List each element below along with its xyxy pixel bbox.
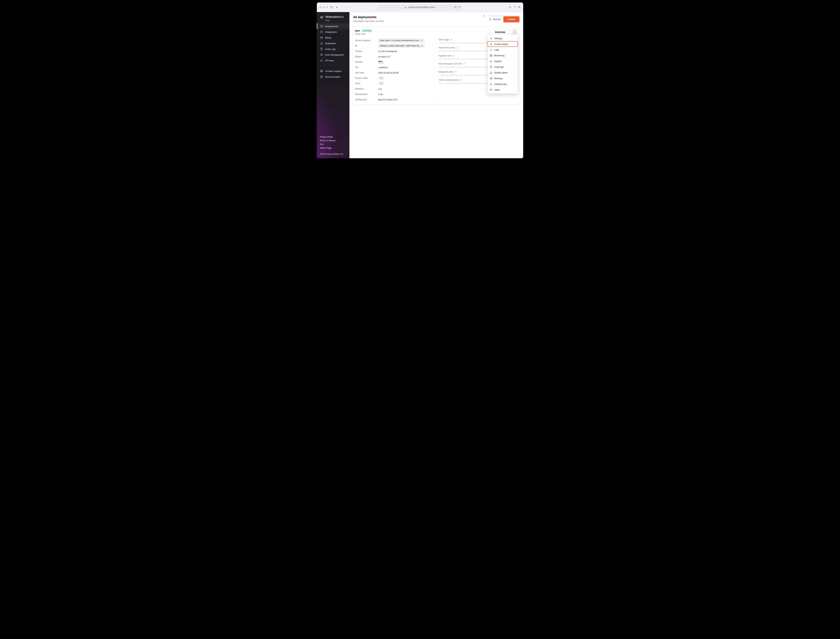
menu-item-backups[interactable]: Backups [488,75,518,81]
sidebar-nav: Deployments Integrations Billing Notific… [317,23,350,79]
id-text: 0f45d411-2892-45d3-bdd7-7a65739e473b [380,45,420,47]
menu-item-alerting-rules[interactable]: Alerting rules [488,81,518,87]
reload-icon[interactable]: ⟳ [458,6,460,9]
kv-key-retention: Retention [355,87,377,91]
award-icon [482,14,485,17]
metric-label: Ingestion rate [439,55,452,57]
refresh-label: Refresh [493,18,501,21]
sidebar-item-label: User Management [325,54,344,56]
footer-link-privacy[interactable]: Privacy Policy [320,136,347,138]
zoom-dot[interactable] [326,6,328,8]
minimize-dot[interactable] [323,6,325,8]
kv-key-access-endpoint: Access endpoint [355,38,377,43]
svg-point-25 [514,31,515,31]
copyright: ©2024 Victoria Metrics Inc. [317,152,350,158]
sidebar-item-user-management[interactable]: User Management [317,52,350,57]
help-icon[interactable]: ? [456,46,459,49]
id-chip[interactable]: 0f45d411-2892-45d3-bdd7-7a65739e473b [378,44,425,48]
footer-link-tos[interactable]: Terms of Service [320,140,347,142]
kv-val-tier: s.starter.a [378,66,434,69]
menu-item-settings[interactable]: Settings [488,35,518,41]
window-icon [490,88,493,91]
close-dot[interactable] [319,6,321,8]
menu-item-explore[interactable]: Explore [488,58,518,64]
sidebar-item-notification[interactable]: Notification [317,40,350,46]
menu-item-access-tokens[interactable]: Access tokens [488,41,518,47]
url-text: console.victoriametrics.cloud [408,6,435,8]
help-icon[interactable]: ? [450,38,453,41]
new-tab-icon[interactable]: + [514,6,516,9]
svg-point-26 [514,32,515,32]
lock-icon [490,43,493,46]
endpoint-chip[interactable]: https://gw-c7-2b.cloud.victoriametrics.c… [378,38,424,43]
card-header: test Running Single node Overview Settin [353,27,520,37]
nav-forward-icon[interactable]: 〉 [349,5,353,9]
sidebar-item-audit-logs[interactable]: Audit Logs [317,46,350,52]
key-icon [320,59,323,62]
sidebar-toggle-icon[interactable] [330,5,334,9]
page-header: All deployments Subscription start date:… [350,12,523,24]
sidebar-item-label: Documentation [325,76,340,78]
endpoint-text: https://gw-c7-2b.cloud.victoriametrics.c… [380,39,419,42]
sidebar-item-label: Integrations [325,31,337,33]
copy-icon[interactable] [420,39,423,42]
kv-val-alerts: 0 [378,82,434,85]
sidebar-item-deployments[interactable]: Deployments [317,23,350,29]
kv-key-alerts: Alerts [355,81,377,86]
menu-item-label: Explore [494,60,502,62]
sidebar-item-label: API keys [325,59,334,62]
footer-link-sla[interactable]: SLA [320,143,347,145]
sidebar-item-contact-support[interactable]: Contact Support [317,68,350,74]
sidebar-item-api-keys[interactable]: API keys [317,57,350,63]
menu-item-alerts[interactable]: Alerts [488,87,518,92]
menu-item-monitoring[interactable]: Monitoring [488,52,518,58]
metric-label: Series read per query [439,79,459,81]
menu-item-label: Logs [494,49,499,51]
sidebar-item-integrations[interactable]: Integrations [317,29,350,35]
page-title: All deployments [353,16,384,19]
sidebar-item-documentation[interactable]: Documentation [317,74,350,79]
brand-name-bold: Victoria [325,16,335,18]
menu-item-label: Access tokens [494,43,508,45]
deployment-card: test Running Single node Overview Settin [352,27,520,105]
chevron-down-icon[interactable]: ▾ [336,5,338,9]
url-bar[interactable]: 🔒 console.victoriametrics.cloud ᴬあ ⟳ [377,5,462,10]
help-icon[interactable]: ? [463,62,466,65]
aws-smile-icon [378,63,384,64]
kv-key-tier: Tier [355,65,377,70]
menu-item-label: Alerting rules [494,83,507,85]
translate-icon[interactable]: ᴬあ [454,6,457,9]
tabs-icon[interactable] [518,6,521,9]
status-badge: Running [361,29,372,32]
help-icon[interactable]: ? [454,70,457,73]
kv-val-access-endpoint: https://gw-c7-2b.cloud.victoriametrics.c… [378,38,434,43]
menu-item-audit-logs[interactable]: Audit logs [488,64,518,70]
subscription-prefix: Subscription start date: [353,20,375,22]
clipboard-icon [490,65,493,68]
brand-text: VictoriaMetrics [325,16,344,18]
traffic-lights [319,6,328,8]
kv-key-system-alerts: System alerts [355,76,377,80]
menu-item-system-alerts[interactable]: System alerts [488,70,518,75]
metric-label: Datapoints rate [439,71,453,73]
sidebar-item-label: Notification [325,42,336,45]
kv-key-id: ID [355,44,377,48]
share-icon[interactable] [509,6,512,9]
menu-item-label: Backups [494,77,503,79]
create-button[interactable]: Create [503,16,519,22]
refresh-button[interactable]: Refresh [489,18,501,21]
svg-point-27 [514,33,515,33]
users-icon [320,53,323,56]
footer-link-status[interactable]: Status Page [320,147,347,149]
kv-val-deduplication: 1 ms [378,93,434,95]
copy-icon[interactable] [421,45,423,47]
help-icon[interactable]: ? [452,54,455,57]
sidebar-footer-links: Privacy Policy Terms of Service SLA Stat… [317,136,350,152]
menu-item-logs[interactable]: Logs [488,47,518,52]
help-icon[interactable]: ? [460,79,463,81]
kv-val-version: v1.101.0-enterprise [378,50,434,52]
account-area[interactable]: marshakova@victoriametrics.com [482,14,520,17]
sidebar-item-billing[interactable]: Billing [317,35,350,40]
nav-back-icon[interactable]: 〈 [344,5,347,9]
menu-item-label: Alerts [494,89,500,91]
